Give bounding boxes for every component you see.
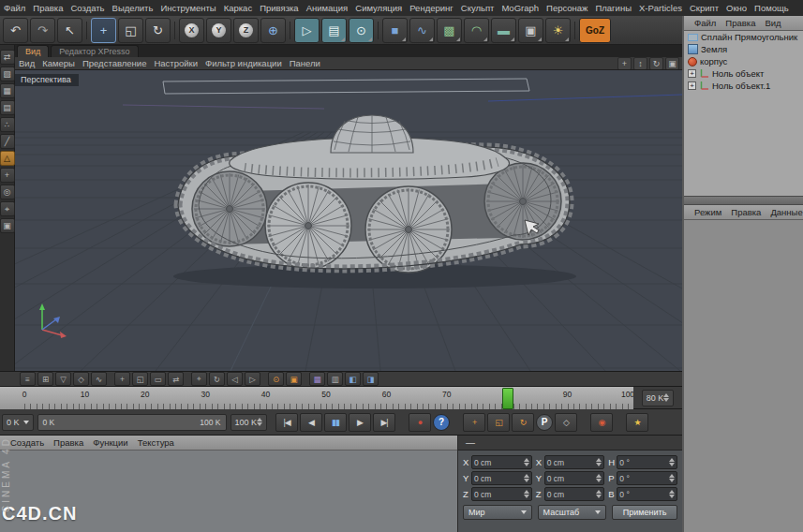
- region-tool-icon[interactable]: ▭: [150, 372, 166, 386]
- frame-stepper-icon[interactable]: [663, 393, 669, 402]
- layer-a-icon[interactable]: ◧: [345, 372, 361, 386]
- playhead-marker[interactable]: [502, 388, 513, 409]
- menubar-menu-item[interactable]: Рендеринг: [406, 3, 457, 13]
- attribute-manager-menu-item[interactable]: Данные: [766, 207, 803, 217]
- menubar-menu-item[interactable]: Файл: [0, 3, 29, 13]
- menubar-menu-item[interactable]: MoGraph: [498, 3, 543, 13]
- viewport-menu-item[interactable]: Панели: [286, 58, 324, 68]
- viewport-menu-item[interactable]: Представление: [79, 58, 151, 68]
- keyframe-selection-button[interactable]: ★: [626, 413, 648, 432]
- stepper-icon[interactable]: [596, 458, 602, 466]
- camera-icon[interactable]: ▣: [518, 18, 543, 43]
- timeline-ruler[interactable]: 0102030405060708090100: [0, 387, 633, 410]
- perspective-viewport[interactable]: Перспектива: [15, 70, 682, 372]
- render-picture-viewer-icon[interactable]: ▤: [321, 18, 347, 43]
- ripple-edit-icon[interactable]: ⇄: [168, 372, 184, 386]
- goz-button[interactable]: GoZ: [579, 18, 611, 43]
- tank-model[interactable]: [173, 115, 576, 288]
- object-earth[interactable]: Земля: [684, 43, 803, 55]
- coordinate-field[interactable]: 0 cm: [544, 487, 605, 501]
- record-parameter-button[interactable]: P: [536, 414, 553, 431]
- hierarchy-icon[interactable]: ⊞: [37, 372, 53, 386]
- object-manager-menu-item[interactable]: Правка: [721, 18, 760, 28]
- scale-tool-icon[interactable]: ◱: [118, 18, 143, 43]
- render-view-icon[interactable]: ▷: [294, 18, 320, 43]
- menubar-menu-item[interactable]: Каркас: [220, 3, 257, 13]
- snap-keys-icon[interactable]: ⌖: [191, 372, 207, 386]
- object-null[interactable]: +Ноль объект: [684, 67, 803, 80]
- menubar-menu-item[interactable]: X-Particles: [635, 3, 686, 13]
- move-keys-icon[interactable]: +: [114, 372, 130, 386]
- object-manager-list[interactable]: Сплайн ПрямоугольникЗемлякорпус+Ноль объ…: [684, 31, 803, 196]
- autokey-button[interactable]: ◉: [590, 413, 613, 432]
- menubar-menu-item[interactable]: Симуляция: [351, 3, 406, 13]
- record-keyframe-button[interactable]: ●: [409, 413, 431, 432]
- coordinates-title[interactable]: —: [458, 436, 682, 451]
- object-manager-menu-item[interactable]: Файл: [690, 18, 721, 28]
- goto-start-button[interactable]: |◀: [275, 413, 298, 432]
- viewport-menu-item[interactable]: Камеры: [38, 58, 79, 68]
- space-dropdown[interactable]: Мир: [463, 505, 532, 520]
- lock-y-axis-icon[interactable]: Y: [206, 18, 231, 43]
- fcurve-mode-icon[interactable]: ∿: [91, 372, 107, 386]
- menubar-menu-item[interactable]: Анимация: [303, 3, 352, 13]
- menubar-menu-item[interactable]: Скульпт: [457, 3, 498, 13]
- edges-mode-icon[interactable]: ╱: [0, 134, 15, 149]
- expander-icon[interactable]: +: [688, 69, 696, 78]
- materials-menu-item[interactable]: Создать: [6, 437, 49, 448]
- attribute-manager-area[interactable]: [684, 220, 803, 522]
- coordinate-field[interactable]: 0 cm: [471, 471, 532, 485]
- coordinate-field[interactable]: 0 cm: [471, 455, 532, 469]
- move-tool-icon[interactable]: +: [91, 18, 116, 43]
- undo-icon[interactable]: ↶: [3, 18, 28, 43]
- link-selection-icon[interactable]: ⊙: [268, 372, 284, 386]
- coordinate-field[interactable]: 0 °: [617, 471, 677, 485]
- object-spline-rectangle[interactable]: Сплайн Прямоугольник: [684, 31, 803, 43]
- record-rotation-button[interactable]: ↻: [512, 413, 534, 432]
- panel-splitter[interactable]: [684, 196, 803, 205]
- scale-keys-icon[interactable]: ◱: [132, 372, 148, 386]
- menubar-menu-item[interactable]: Привязка: [256, 3, 303, 13]
- viewport-menu-item[interactable]: Фильтр индикации: [201, 58, 286, 68]
- stepper-icon[interactable]: [669, 458, 675, 466]
- help-button[interactable]: ?: [433, 414, 450, 431]
- zoom-view-icon[interactable]: ↕: [633, 57, 647, 70]
- menubar-menu-item[interactable]: Скрипт: [686, 3, 722, 13]
- xpresso-icon[interactable]: ▦: [309, 372, 325, 386]
- attribute-manager-menu-item[interactable]: Правка: [726, 207, 766, 217]
- track-before-icon[interactable]: ◁: [227, 372, 243, 386]
- environment-icon[interactable]: ▬: [491, 18, 516, 43]
- deformer-icon[interactable]: ◠: [464, 18, 489, 43]
- viewport-menu-item[interactable]: Настройки: [150, 58, 201, 68]
- next-frame-button[interactable]: ▶: [349, 413, 371, 432]
- expander-icon[interactable]: +: [688, 81, 696, 90]
- rectangle-spline[interactable]: [163, 79, 529, 94]
- menubar-menu-item[interactable]: Плагины: [591, 3, 635, 13]
- record-position-button[interactable]: +: [463, 413, 485, 432]
- workplane-mode-icon[interactable]: ▤: [0, 100, 15, 115]
- range-stepper-icon[interactable]: [257, 418, 262, 426]
- stepper-icon[interactable]: [524, 458, 529, 466]
- previous-frame-button[interactable]: ◀: [300, 413, 322, 432]
- coordinate-field[interactable]: 0 cm: [471, 487, 532, 501]
- coordinate-field[interactable]: 0 cm: [544, 455, 605, 469]
- lock-x-axis-icon[interactable]: X: [179, 18, 204, 43]
- subdivision-surface-icon[interactable]: ▩: [437, 18, 462, 43]
- stepper-icon[interactable]: [524, 490, 529, 498]
- menubar-menu-item[interactable]: Окно: [722, 3, 751, 13]
- stepper-icon[interactable]: [669, 474, 675, 482]
- coordinate-field[interactable]: 0 °: [617, 487, 677, 501]
- object-korpus[interactable]: корпус: [684, 55, 803, 67]
- current-frame-field[interactable]: 80 K: [642, 390, 675, 406]
- range-end-field[interactable]: 100 K: [230, 414, 268, 431]
- texture-mode-icon[interactable]: ▦: [0, 83, 15, 98]
- toggle-layout-icon[interactable]: ▣: [665, 57, 679, 70]
- view-label[interactable]: Перспектива: [15, 74, 79, 86]
- axis-mode-icon[interactable]: +: [0, 168, 15, 183]
- live-selection-icon[interactable]: ↖: [57, 18, 82, 43]
- stepper-icon[interactable]: [669, 490, 675, 498]
- model-mode-icon[interactable]: ▧: [0, 66, 15, 81]
- materials-menu-item[interactable]: Функции: [88, 437, 132, 448]
- auto-mode-icon[interactable]: ▣: [286, 372, 302, 386]
- add-cube-icon[interactable]: ■: [382, 18, 408, 43]
